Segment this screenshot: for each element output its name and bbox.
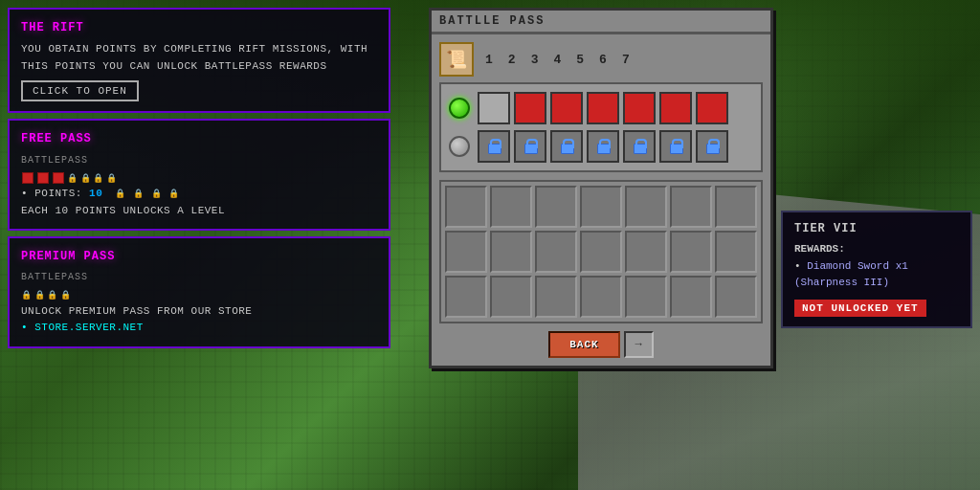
back-button[interactable]: BACK	[548, 331, 619, 358]
lock-icon-7	[705, 139, 719, 154]
inv-cell-3-1[interactable]	[445, 276, 487, 318]
tier-premium-1[interactable]	[478, 130, 510, 163]
inv-cell-3-5[interactable]	[625, 276, 667, 318]
lock-2: 🔒	[80, 172, 92, 186]
tooltip-item-enchant: (Sharpness III)	[794, 277, 889, 288]
battlepass-window: BATTLLE PASS 📜 1 2 3 4 5 6 7	[429, 8, 773, 368]
lock-6: 🔒	[133, 188, 145, 201]
rift-panel: THE RIFT YOU OBTAIN POINTS BY COMPLETING…	[8, 8, 390, 113]
inv-cell-1-7[interactable]	[715, 186, 757, 228]
lock-icon-2	[523, 139, 537, 154]
inv-cell-1-3[interactable]	[535, 186, 577, 228]
inv-cell-3-6[interactable]	[670, 276, 712, 318]
left-panels: THE RIFT YOU OBTAIN POINTS BY COMPLETING…	[8, 8, 390, 348]
inv-cell-1-4[interactable]	[580, 186, 622, 228]
free-pass-panel: FREE PASS BATTLEPASS 🔒 🔒 🔒 🔒 • POINTS: 1…	[8, 119, 390, 231]
tooltip-item-quantity: x1	[896, 260, 908, 272]
click-to-open-button[interactable]: CLICK TO OPEN	[21, 80, 139, 101]
inv-cell-3-7[interactable]	[715, 276, 757, 318]
plock-2: 🔒	[34, 289, 46, 302]
points-value: 10	[89, 188, 102, 199]
bp-tier-numbers: 1 2 3 4 5 6 7	[481, 53, 763, 67]
inv-cell-2-1[interactable]	[445, 231, 487, 273]
lock-1: 🔒	[67, 172, 78, 186]
inv-cell-2-7[interactable]	[715, 231, 757, 273]
plock-4: 🔒	[60, 289, 72, 302]
premium-pass-panel: PREMIUM PASS BATTLEPASS 🔒 🔒 🔒 🔒 UNLOCK P…	[8, 236, 390, 348]
next-button[interactable]: →	[624, 331, 654, 358]
lock-icon-3	[560, 139, 573, 154]
inv-cell-2-3[interactable]	[535, 231, 577, 273]
inv-cell-1-2[interactable]	[490, 186, 532, 228]
tier-free-2[interactable]	[514, 92, 546, 124]
points-row: • POINTS: 10 🔒 🔒 🔒 🔒	[21, 186, 377, 203]
tier-num-6: 6	[599, 53, 607, 67]
tier-free-3[interactable]	[550, 92, 583, 124]
inv-cell-1-5[interactable]	[625, 186, 667, 228]
tier-premium-2[interactable]	[514, 130, 546, 163]
tier-free-6[interactable]	[659, 92, 692, 124]
tier-num-7: 7	[622, 53, 630, 67]
premium-pass-title: PREMIUM PASS	[21, 248, 377, 266]
tier-num-3: 3	[531, 53, 539, 67]
tier-premium-5[interactable]	[623, 130, 656, 163]
tier-premium-3[interactable]	[550, 130, 583, 163]
inv-cell-2-4[interactable]	[580, 231, 622, 273]
tier-num-2: 2	[508, 53, 516, 67]
bp-header-row: 📜 1 2 3 4 5 6 7	[439, 42, 763, 77]
lock-7: 🔒	[151, 188, 163, 201]
lock-icon-6	[669, 139, 682, 154]
inv-cell-2-2[interactable]	[490, 231, 532, 273]
free-pass-items: 🔒 🔒 🔒 🔒	[21, 172, 377, 186]
rift-description: YOU OBTAIN POINTS BY COMPLETING RIFT MIS…	[21, 41, 377, 75]
reward-item-3	[53, 172, 64, 184]
inv-cell-3-2[interactable]	[490, 276, 532, 318]
inv-cell-3-4[interactable]	[580, 276, 622, 318]
premium-indicator	[449, 136, 470, 157]
free-pass-title: FREE PASS	[21, 130, 377, 148]
tier-free-1[interactable]	[478, 92, 510, 124]
bp-tiers	[439, 82, 763, 172]
tier-free-7[interactable]	[696, 92, 728, 124]
tier-free-5[interactable]	[623, 92, 656, 124]
lock-3: 🔒	[93, 172, 104, 186]
lock-icon-1	[487, 139, 501, 154]
tier-premium-4[interactable]	[587, 130, 619, 163]
bp-buttons: BACK →	[439, 331, 763, 358]
tier-premium-6[interactable]	[659, 130, 692, 163]
bp-premium-row	[449, 130, 753, 163]
lock-8: 🔒	[168, 188, 180, 201]
bp-book-icon: 📜	[439, 42, 474, 77]
inv-cell-2-5[interactable]	[625, 231, 667, 273]
tooltip-rewards-label: REWARDS:	[794, 243, 959, 255]
inv-cell-2-6[interactable]	[670, 231, 712, 273]
tier-num-1: 1	[485, 53, 493, 67]
lock-icon-5	[633, 139, 646, 154]
plock-1: 🔒	[21, 289, 33, 302]
premium-description: UNLOCK PREMIUM PASS FROM OUR STORE	[21, 303, 377, 321]
each-points-label: EACH 10 POINTS UNLOCKS A LEVEL	[21, 203, 377, 220]
inv-cell-1-1[interactable]	[445, 186, 487, 228]
lock-5: 🔒	[115, 188, 126, 201]
not-unlocked-badge: NOT UNLOCKED YET	[794, 300, 926, 317]
tier-num-4: 4	[553, 53, 561, 67]
bp-free-row	[449, 92, 753, 124]
bp-inventory	[439, 180, 763, 323]
lock-4: 🔒	[106, 172, 118, 186]
premium-pass-items: 🔒 🔒 🔒 🔒	[21, 289, 377, 302]
tier-free-4[interactable]	[587, 92, 619, 124]
reward-item-2	[37, 172, 49, 184]
plock-3: 🔒	[47, 289, 58, 302]
tier-premium-7[interactable]	[696, 130, 728, 163]
tooltip-panel: TIER VII REWARDS: • Diamond Sword x1 (Sh…	[781, 211, 972, 328]
store-link[interactable]: • STORE.SERVER.NET	[21, 320, 377, 337]
tooltip-tier: TIER VII	[794, 222, 959, 235]
tooltip-item-name: Diamond Sword	[807, 260, 889, 272]
free-pass-subtitle: BATTLEPASS	[21, 153, 377, 168]
tier-num-5: 5	[576, 53, 584, 67]
inv-cell-3-3[interactable]	[535, 276, 577, 318]
reward-item-1	[22, 172, 33, 184]
inv-cell-1-6[interactable]	[670, 186, 712, 228]
battlepass-content: 📜 1 2 3 4 5 6 7	[432, 34, 770, 366]
points-label: POINTS:	[34, 188, 82, 199]
